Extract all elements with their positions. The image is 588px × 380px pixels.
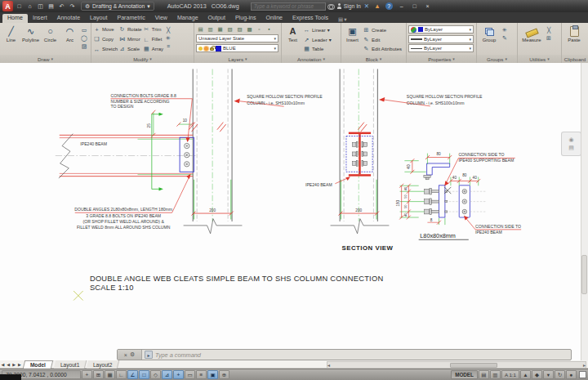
- offset-icon[interactable]: ≡: [164, 42, 172, 50]
- maximize-button[interactable]: □: [409, 2, 421, 11]
- plot-icon[interactable]: ▤: [47, 2, 56, 11]
- layer-isolate-icon[interactable]: ▦: [216, 25, 225, 33]
- workspace-switcher[interactable]: ⚙ Drafting & Annotation ▾: [81, 2, 154, 11]
- create-block-button[interactable]: ⊞Create: [363, 25, 402, 35]
- vertical-scrollbar[interactable]: [581, 63, 588, 360]
- arc-button[interactable]: ◠Arc: [60, 25, 79, 54]
- layer-dropdown[interactable]: BLUE ▾: [196, 44, 278, 52]
- rotate-button[interactable]: ↻Rotate: [118, 25, 142, 34]
- tab-layout[interactable]: Layout: [85, 14, 112, 23]
- infer-toggle[interactable]: +: [82, 370, 92, 379]
- tab-annotate[interactable]: Annotate: [52, 14, 85, 23]
- line-button[interactable]: ╱Line: [2, 25, 20, 54]
- tpy-toggle[interactable]: ▣: [207, 370, 218, 379]
- last-layout-icon[interactable]: ▶: [17, 362, 23, 367]
- minimize-button[interactable]: –: [396, 2, 408, 11]
- move-button[interactable]: +Move: [93, 25, 118, 34]
- help-icon[interactable]: ?: [385, 2, 393, 10]
- mirror-button[interactable]: ⋈Mirror: [118, 34, 142, 44]
- leader-button[interactable]: ↗Leader▾: [303, 35, 332, 45]
- lwt-toggle[interactable]: ≡: [196, 370, 207, 379]
- tray-status-icon[interactable]: ●: [566, 370, 577, 379]
- insert-block-button[interactable]: ▣Insert: [343, 25, 362, 54]
- tab-parametric[interactable]: Parametric: [112, 14, 149, 23]
- scale-button[interactable]: ⊿Scale: [118, 44, 142, 54]
- search-input[interactable]: [251, 2, 326, 11]
- panel-label-layers[interactable]: Layers▾: [194, 55, 281, 63]
- open-file-icon[interactable]: ⌂: [25, 2, 34, 11]
- clean-screen-button[interactable]: [579, 371, 586, 378]
- linear-dim-button[interactable]: ↔Linear▾: [303, 25, 332, 35]
- hatch-icon[interactable]: ▨: [80, 42, 88, 50]
- tab-model[interactable]: Model: [23, 360, 54, 369]
- qp-toggle[interactable]: ⊕: [219, 370, 229, 379]
- horizontal-scrollbar[interactable]: ◂ ▸: [327, 361, 586, 369]
- quick-view-layouts-icon[interactable]: ▤: [479, 370, 489, 379]
- panel-label-annotation[interactable]: Annotation▾: [282, 55, 341, 63]
- vertical-scrollbar-thumb[interactable]: [581, 255, 587, 294]
- quick-view-drawings-icon[interactable]: ▥: [490, 370, 501, 379]
- undo-icon[interactable]: ↶: [57, 2, 66, 11]
- sign-in-link[interactable]: Sign In: [344, 3, 361, 9]
- quick-calc-icon[interactable]: ⊞: [545, 34, 553, 42]
- quick-select-icon[interactable]: ╳: [545, 26, 553, 34]
- next-layout-icon[interactable]: ▶: [11, 362, 17, 367]
- command-prompt[interactable]: Type a command: [155, 351, 201, 359]
- explode-icon[interactable]: ✳: [164, 34, 172, 42]
- close-button[interactable]: ×: [422, 2, 434, 11]
- command-close-icon[interactable]: ×: [124, 352, 127, 358]
- measure-button[interactable]: Measure: [519, 25, 544, 54]
- ortho-toggle[interactable]: ∟: [116, 370, 127, 379]
- panel-label-properties[interactable]: Properties▾: [407, 55, 476, 63]
- command-recent-icon[interactable]: ▸: [145, 351, 153, 359]
- panel-label-groups[interactable]: Groups▾: [477, 55, 517, 63]
- erase-icon[interactable]: ╳: [164, 26, 172, 34]
- layer-prev-icon[interactable]: ▫: [255, 25, 264, 33]
- annotation-visibility-icon[interactable]: ▲: [520, 370, 531, 379]
- edit-attributes-button[interactable]: ✎Edit Attributes: [363, 44, 402, 54]
- drawing-canvas[interactable]: 25 10 200 CONNECTION BOLTS GRAD: [0, 63, 588, 360]
- autoscale-icon[interactable]: ◆: [532, 370, 542, 379]
- fillet-button[interactable]: ∟Fillet: [143, 34, 163, 44]
- circle-button[interactable]: ○Circle: [41, 25, 60, 54]
- text-button[interactable]: AText: [283, 25, 302, 54]
- group-edit-icon[interactable]: ✎: [501, 34, 509, 42]
- prev-layout-icon[interactable]: ◀: [6, 362, 11, 367]
- ungroup-icon[interactable]: ✳: [501, 26, 509, 34]
- paste-button[interactable]: Paste: [564, 25, 585, 54]
- layer-match-icon[interactable]: ▩: [245, 25, 254, 33]
- group-button[interactable]: Group: [479, 25, 500, 54]
- layer-state-dropdown[interactable]: Unsaved Layer State▾: [196, 34, 278, 42]
- search-icon[interactable]: [327, 4, 335, 9]
- layer-properties-icon[interactable]: ▤: [196, 25, 205, 33]
- object-color-dropdown[interactable]: ByLayer▾: [408, 25, 474, 34]
- model-space-button[interactable]: MODEL: [451, 370, 478, 379]
- exchange-apps-icon[interactable]: ✕: [364, 2, 369, 10]
- layer-walk-icon[interactable]: ▪: [265, 25, 274, 33]
- command-line[interactable]: × ⚙ ▸ Type a command: [117, 349, 572, 360]
- navigation-bar[interactable]: ◉ ▤: [561, 132, 581, 156]
- command-tools-icon[interactable]: ⚙: [130, 351, 135, 358]
- layer-lock-icon[interactable]: ▨: [235, 25, 244, 33]
- tab-layout2[interactable]: Layout2: [87, 360, 120, 369]
- scroll-left-icon[interactable]: ◂: [327, 362, 330, 368]
- autocad-logo-icon[interactable]: A: [2, 1, 13, 11]
- polar-toggle[interactable]: ∠: [127, 370, 138, 379]
- tab-view[interactable]: View: [150, 14, 172, 23]
- otrack-toggle[interactable]: ⊿: [162, 370, 172, 379]
- table-button[interactable]: ▦Table: [303, 44, 332, 54]
- workspace-switch-icon[interactable]: ▾: [543, 370, 554, 379]
- layer-freeze-icon[interactable]: ▧: [225, 25, 234, 33]
- ribbon-options-icon[interactable]: ▤▾: [338, 16, 346, 23]
- tray-sync-icon[interactable]: ↻: [555, 370, 565, 379]
- array-button[interactable]: ▦Array: [143, 44, 163, 54]
- ellipse-icon[interactable]: ◯: [80, 34, 88, 42]
- dyn-toggle[interactable]: ▭: [185, 370, 195, 379]
- tab-express-tools[interactable]: Express Tools: [287, 14, 333, 23]
- horizontal-scrollbar-thumb[interactable]: [450, 363, 497, 368]
- redo-icon[interactable]: ↷: [68, 2, 77, 11]
- annotation-scale-button[interactable]: A 1:1: [501, 370, 519, 379]
- autodesk360-icon[interactable]: ▲: [374, 2, 380, 10]
- tab-online[interactable]: Online: [261, 14, 288, 23]
- panel-label-block[interactable]: Block▾: [341, 55, 406, 63]
